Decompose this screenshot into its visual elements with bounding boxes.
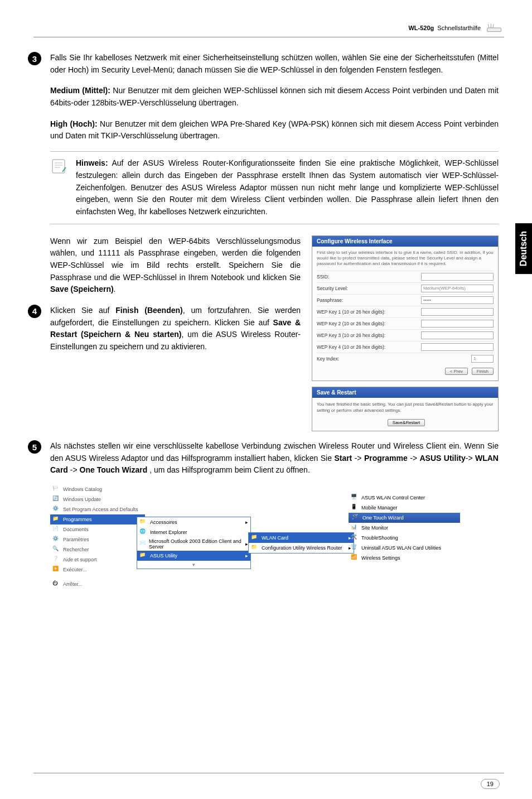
configure-wireless-panel: Configure Wireless Interface First step … xyxy=(312,235,499,381)
settings-icon: ⚙️ xyxy=(52,536,60,543)
asus-icon: 📁 xyxy=(139,552,147,560)
panel-title: Configure Wireless Interface xyxy=(312,236,498,247)
flag-icon: 🏳️ xyxy=(52,485,60,493)
ssid-input[interactable] xyxy=(421,273,494,281)
wepkey1-input[interactable] xyxy=(421,308,494,316)
doc-title: Schnellstarthilfe xyxy=(437,25,481,31)
svg-line-1 xyxy=(488,24,489,28)
passphrase-label: Passphrase: xyxy=(317,297,343,303)
ie-icon: 🌐 xyxy=(139,528,147,536)
s5-b2: Programme xyxy=(364,454,408,463)
page-number: 19 xyxy=(481,779,500,789)
wepkey2-input[interactable] xyxy=(421,320,494,328)
wepkey3-label: WEP Key 3 (10 or 26 hex digits): xyxy=(317,333,385,338)
step-5-badge: 5 xyxy=(28,440,41,454)
wepkey1-label: WEP Key 1 (10 or 26 hex digits): xyxy=(317,309,385,315)
sm-set-access[interactable]: Set Program Access and Defaults xyxy=(63,507,138,512)
restart-title: Save & Restart xyxy=(312,387,498,398)
r-uninstall[interactable]: Uninstall ASUS WLAN Card Utilities xyxy=(361,545,441,551)
s4-b1: Finish (Beenden) xyxy=(115,306,182,315)
step-4-badge: 4 xyxy=(28,305,41,318)
example-bold: Save (Speichern) xyxy=(50,285,114,293)
sm-aide[interactable]: Aide et support xyxy=(63,557,97,562)
product-name: WL-520g xyxy=(408,25,434,31)
svg-line-3 xyxy=(493,24,494,28)
start-menu-screenshot: 🏳️Windows Catalog 🔄Windows Update ⚙️Set … xyxy=(50,484,499,583)
control-center-icon: 🖥️ xyxy=(351,494,359,502)
sub-ie[interactable]: Internet Explorer xyxy=(150,530,187,535)
prev-button[interactable]: < Prev xyxy=(445,368,468,375)
wepkey3-input[interactable] xyxy=(421,331,494,339)
high-text: Nur Benutzer mit dem gleichen WPA Pre-Sh… xyxy=(50,119,499,141)
gear-icon: ⚙️ xyxy=(52,506,60,513)
s5-b1: Start xyxy=(334,454,352,463)
wepkey4-label: WEP Key 4 (10 or 26 hex digits): xyxy=(317,344,385,350)
search-icon: 🔍 xyxy=(52,546,60,553)
r-one-touch-wizard[interactable]: One Touch Wizard xyxy=(362,515,404,521)
save-restart-panel: Save & Restart You have finished the bas… xyxy=(312,387,499,431)
monitor-icon: 📊 xyxy=(351,524,359,532)
sm-executer[interactable]: Exécuter... xyxy=(63,567,87,572)
finish-button[interactable]: Finish xyxy=(472,368,494,375)
example-pre: Wenn wir zum Beispiel den WEP-64bits Ver… xyxy=(50,237,301,282)
ssid-label: SSID: xyxy=(317,274,329,280)
medium-label: Medium (Mittel): xyxy=(50,86,110,95)
example-post: . xyxy=(114,285,116,293)
wepkey2-label: WEP Key 2 (10 or 26 hex digits): xyxy=(317,321,385,326)
r-control-center[interactable]: ASUS WLAN Control Center xyxy=(361,495,425,500)
r-site-monitor[interactable]: Site Monitor xyxy=(361,525,388,531)
s5-b3: ASUS Utility xyxy=(420,454,466,463)
r-troubleshooting[interactable]: TroubleShooting xyxy=(361,535,398,541)
router-icon xyxy=(485,22,504,33)
sm-arreter[interactable]: Arrêter... xyxy=(63,581,83,587)
documents-icon: 📄 xyxy=(52,526,60,533)
sm-windows-catalog[interactable]: Windows Catalog xyxy=(63,487,102,492)
r-wireless-settings[interactable]: Wireless Settings xyxy=(361,555,400,561)
seclevel-label: Security Level: xyxy=(317,286,348,291)
high-label: High (Hoch): xyxy=(50,119,98,128)
sm-rechercher[interactable]: Rechercher xyxy=(63,547,89,552)
wepkey4-input[interactable] xyxy=(421,343,494,351)
sub-outlook[interactable]: Microsoft Outlook 2003 Edition Client an… xyxy=(149,538,243,550)
sub2-wireless-router[interactable]: Configuration Utility Wireless Router xyxy=(262,545,342,551)
language-tab: Deutsch xyxy=(515,223,532,274)
note-text: Auf der ASUS Wireless Router-Konfigurati… xyxy=(76,158,499,216)
sm-windows-update[interactable]: Windows Update xyxy=(63,497,101,502)
sm-programmes[interactable]: Programmes xyxy=(63,517,92,522)
folder-icon: 📁 xyxy=(139,518,147,526)
outlook-icon: ✉️ xyxy=(139,540,146,548)
update-icon: 🔄 xyxy=(52,495,60,503)
wizard-icon: 🪄 xyxy=(352,514,360,522)
sub2-wlan-card[interactable]: WLAN Card xyxy=(262,535,288,541)
sub-accessoires[interactable]: Accessoires xyxy=(150,519,177,525)
run-icon: ▶️ xyxy=(52,566,60,574)
sm-parametres[interactable]: Paramètres xyxy=(63,537,89,542)
mobile-icon: 📱 xyxy=(351,504,359,512)
note-icon xyxy=(50,157,68,175)
sub-asus-utility[interactable]: ASUS Utility xyxy=(150,553,177,559)
footer-rule xyxy=(33,773,504,773)
step3-p1: Falls Sie Ihr kabelloses Netzwerk mit ei… xyxy=(50,52,499,76)
s5-b5: One Touch Wizard xyxy=(80,465,148,474)
sm-documents[interactable]: Documents xyxy=(63,527,89,532)
seclevel-select[interactable]: Medium(WEP-64bits) xyxy=(421,285,494,292)
wlan-folder-icon: 📁 xyxy=(251,534,259,542)
s4-pre: Klicken Sie auf xyxy=(50,306,115,315)
shutdown-icon: ⏻ xyxy=(52,580,60,588)
wireless-settings-icon: 📶 xyxy=(351,554,359,562)
panel-hint: First step to set your wireless interfac… xyxy=(317,250,494,267)
router-folder-icon: 📁 xyxy=(251,544,259,552)
passphrase-input[interactable]: ••••• xyxy=(421,296,494,304)
programs-icon: 📁 xyxy=(52,516,60,523)
note-label: Hinweis: xyxy=(76,158,108,167)
help-icon: ❔ xyxy=(52,556,60,564)
trouble-icon: 🛠️ xyxy=(351,534,359,542)
restart-hint: You have finished the basic setting. You… xyxy=(312,398,498,417)
save-restart-button[interactable]: Save&Restart xyxy=(388,419,425,426)
medium-text: Nur Benutzer mit dem gleichen WEP-Schlüs… xyxy=(50,86,499,107)
r-mobile-manager[interactable]: Mobile Manager xyxy=(361,505,398,511)
keyindex-select[interactable]: 1 xyxy=(471,355,494,363)
keyindex-label: Key Index: xyxy=(317,356,339,362)
uninstall-icon: 🗑️ xyxy=(351,544,359,552)
header-bar: WL-520g Schnellstarthilfe xyxy=(33,22,504,37)
